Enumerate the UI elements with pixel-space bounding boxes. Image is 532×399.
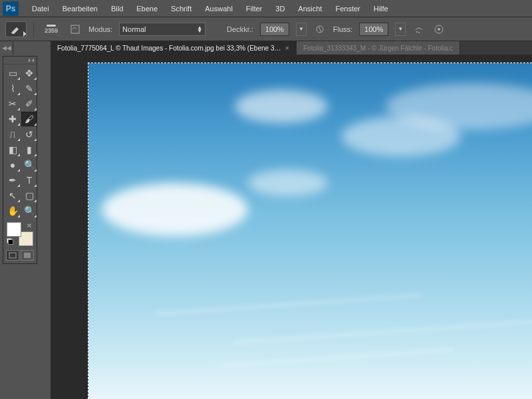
- menu-hilfe[interactable]: Hilfe: [367, 2, 395, 15]
- hand-tool[interactable]: ✋: [5, 203, 21, 218]
- gradient-tool[interactable]: ▮: [21, 142, 37, 157]
- brush-panel-icon[interactable]: [68, 23, 82, 36]
- svg-rect-7: [24, 253, 31, 258]
- screen-mode[interactable]: [21, 250, 34, 261]
- menu-ebene[interactable]: Ebene: [130, 2, 164, 15]
- menu-fenster[interactable]: Fenster: [329, 2, 366, 15]
- shape-tool[interactable]: ▢: [21, 188, 37, 203]
- lasso-tool[interactable]: ⌇: [5, 81, 21, 96]
- foreground-color[interactable]: [7, 222, 21, 237]
- app-logo[interactable]: Ps: [3, 1, 19, 16]
- crop-tool[interactable]: ✂: [5, 96, 21, 111]
- opacity-flyout[interactable]: ▼: [296, 23, 307, 36]
- close-icon[interactable]: ×: [285, 44, 289, 52]
- eraser-tool[interactable]: ◧: [5, 142, 21, 157]
- quick-select-tool[interactable]: ✎: [21, 81, 37, 96]
- pressure-size-icon[interactable]: [432, 23, 446, 36]
- color-swatches: ⤭: [5, 222, 35, 246]
- pen-tool[interactable]: ✒: [5, 173, 21, 188]
- options-bar: 2359 Modus: Normal ▲▼ Deckkr.: 100% ▼ Fl…: [0, 17, 532, 41]
- history-brush-tool[interactable]: ↺: [21, 127, 37, 142]
- svg-point-5: [438, 28, 440, 31]
- brush-size-picker[interactable]: 2359: [41, 23, 62, 35]
- stamp-tool[interactable]: ⎍: [5, 127, 21, 142]
- swap-colors-icon[interactable]: ⤭: [27, 222, 32, 229]
- tools-panel: ▭✥⌇✎✂✐✚🖌⎍↺◧▮●🔍✒T↖▢✋🔍 ⤭: [3, 56, 37, 264]
- menu-bild[interactable]: Bild: [104, 2, 130, 15]
- zoom-tool[interactable]: 🔍: [21, 203, 37, 218]
- menu-schrift[interactable]: Schrift: [164, 2, 198, 15]
- flow-flyout[interactable]: ▼: [395, 23, 406, 36]
- airbrush-icon[interactable]: [412, 23, 426, 36]
- pressure-opacity-icon[interactable]: [313, 23, 327, 36]
- brush-tool[interactable]: 🖌: [21, 112, 37, 126]
- canvas-background: [51, 55, 532, 399]
- opacity-input[interactable]: 100%: [260, 23, 289, 36]
- canvas[interactable]: [88, 63, 532, 399]
- type-tool[interactable]: T: [21, 173, 37, 188]
- menu-3d[interactable]: 3D: [269, 2, 291, 15]
- collapse-icon[interactable]: ◀◀: [0, 41, 13, 55]
- path-select-tool[interactable]: ↖: [5, 188, 21, 203]
- menu-ansicht[interactable]: Ansicht: [291, 2, 329, 15]
- dodge-tool[interactable]: 🔍: [21, 158, 37, 172]
- svg-rect-6: [9, 253, 16, 258]
- menu-datei[interactable]: Datei: [25, 2, 56, 15]
- menu-filter[interactable]: Filter: [239, 2, 269, 15]
- mode-label: Modus:: [88, 25, 112, 33]
- tools-panel-grip[interactable]: [3, 57, 37, 65]
- blend-mode-select[interactable]: Normal ▲▼: [119, 23, 205, 36]
- opacity-label: Deckkr.:: [227, 25, 253, 33]
- document-tab-inactive[interactable]: Fotolia_31333343_M - © Jürgen Fälchle - …: [297, 41, 460, 55]
- quickmask-off[interactable]: [6, 250, 19, 261]
- menu-bearbeiten[interactable]: Bearbeiten: [56, 2, 104, 15]
- flow-label: Fluss:: [333, 25, 352, 33]
- blur-tool[interactable]: ●: [5, 158, 21, 172]
- image-content: [88, 63, 532, 399]
- svg-rect-0: [71, 25, 79, 33]
- svg-point-2: [416, 31, 418, 33]
- healing-tool[interactable]: ✚: [5, 112, 21, 126]
- tool-preset-picker[interactable]: [5, 21, 27, 37]
- svg-point-3: [418, 32, 420, 33]
- default-colors-icon[interactable]: [7, 238, 13, 245]
- flow-input[interactable]: 100%: [359, 23, 388, 36]
- eyedropper-tool[interactable]: ✐: [21, 96, 37, 111]
- marquee-tool[interactable]: ▭: [5, 66, 21, 80]
- move-tool[interactable]: ✥: [21, 66, 37, 80]
- document-tab-active[interactable]: Fotolia_7775064_L © Thaut Images - Fotol…: [51, 41, 297, 55]
- menu-auswahl[interactable]: Auswahl: [198, 2, 239, 15]
